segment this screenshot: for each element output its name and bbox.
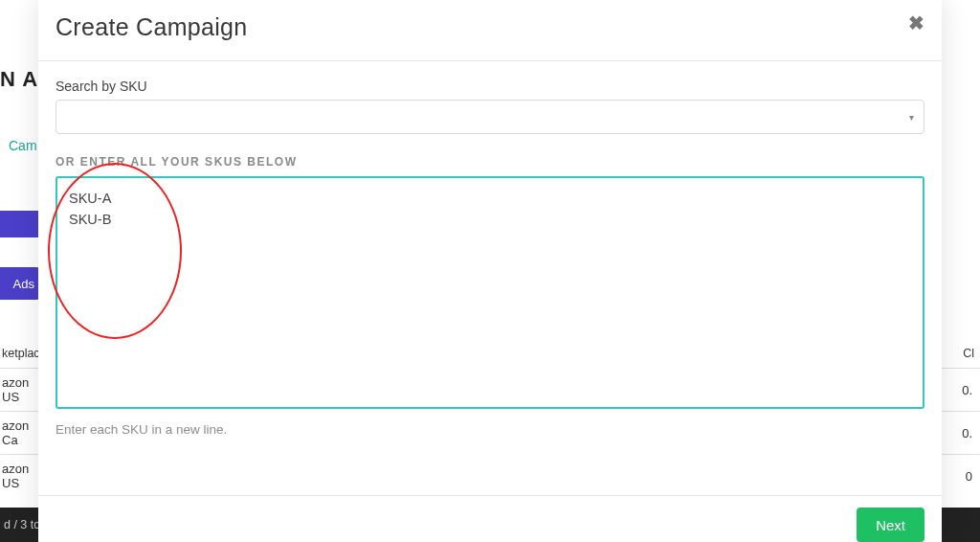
sku-textarea[interactable]: [56, 176, 924, 409]
modal-footer: Next: [38, 495, 942, 542]
modal-title: Create Campaign: [56, 13, 247, 41]
sku-section-label: OR ENTER ALL YOUR SKUS BELOW: [56, 155, 924, 169]
sku-search-select[interactable]: ▾: [56, 100, 924, 134]
close-icon[interactable]: ✖: [908, 13, 924, 33]
chevron-down-icon: ▾: [909, 112, 914, 123]
modal-backdrop: Create Campaign ✖ Search by SKU ▾ OR ENT…: [0, 0, 980, 542]
search-label: Search by SKU: [56, 79, 924, 94]
create-campaign-modal: Create Campaign ✖ Search by SKU ▾ OR ENT…: [38, 0, 942, 542]
modal-body: Search by SKU ▾ OR ENTER ALL YOUR SKUS B…: [38, 61, 942, 495]
modal-header: Create Campaign ✖: [38, 0, 942, 61]
sku-hint: Enter each SKU in a new line.: [56, 422, 924, 437]
next-button[interactable]: Next: [857, 508, 924, 542]
